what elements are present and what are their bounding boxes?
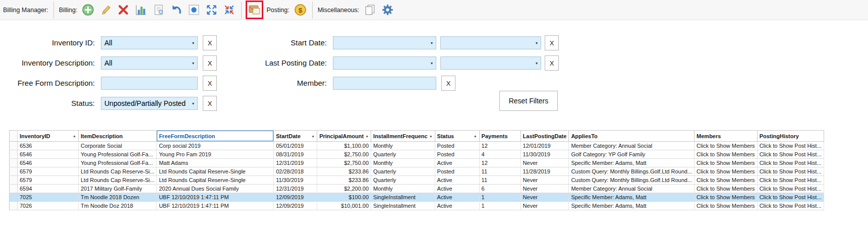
last-posting-date-dropdown-2[interactable]: ▾ [440,56,541,70]
clear-status-button[interactable]: X [203,96,217,111]
cell-link-postinghistory[interactable]: Click to Show Post Hist... [757,202,824,210]
cell-link-postinghistory[interactable]: Click to Show Post Hist... [757,159,824,167]
cell-freeformdescription: Ltd Rounds Capital Reserve-Single [157,167,274,176]
cell-link-postinghistory[interactable]: Click to Show Post Hist... [757,193,824,202]
column-header-members[interactable]: Members [695,131,758,142]
cell-principalamount: $233.86 [317,176,371,185]
cell-link-members[interactable]: Click to Show Members [695,142,758,150]
cell-link-members[interactable]: Click to Show Members [695,159,758,167]
free-form-description-input[interactable] [101,77,198,90]
row-selector[interactable] [10,202,18,210]
reset-filters-button[interactable]: Reset Filters [499,91,558,111]
table-row[interactable]: 6546Young Professional Golf-Fa...Matt Ad… [10,159,824,167]
column-header-installmentfrequenc[interactable]: InstallmentFrequenc▲ [371,131,435,142]
row-selector[interactable] [10,142,18,150]
cell-freeformdescription: Ltd Rounds Capital Reserve-Single [157,176,274,185]
clear-start-date-button[interactable]: X [545,35,559,50]
table-row[interactable]: 6546Young Professional Golf-Fa...Young P… [10,150,824,159]
cell-link-postinghistory[interactable]: Click to Show Post Hist... [757,167,824,176]
cell-link-members[interactable]: Click to Show Members [695,150,758,159]
table-row[interactable]: 65942017 Military Golf-Family2020 Annual… [10,185,824,193]
cell-link-members[interactable]: Click to Show Members [695,193,758,202]
undo-button[interactable] [168,2,184,18]
row-selector[interactable] [10,150,18,159]
copy-button[interactable] [362,2,378,18]
edit-button[interactable] [98,2,113,18]
table-row[interactable]: 6579Ltd Rounds Cap Reserve-Si...Ltd Roun… [10,167,824,176]
collapse-button[interactable] [221,2,237,18]
table-row[interactable]: 6579Ltd Rounds Cap Reserve-Si...Ltd Roun… [10,176,824,185]
row-selector[interactable] [10,185,18,193]
delete-button[interactable] [115,2,131,18]
cell-payments: 11 [479,167,520,176]
cell-payments: 4 [479,150,520,159]
column-header-lastpostingdate[interactable]: LastPostingDate [520,131,569,142]
cell-installmentfrequenc: Monthly [371,185,435,193]
cell-installmentfrequenc: Quarterly [371,167,435,176]
add-button[interactable] [80,2,96,18]
expand-button[interactable] [204,2,219,18]
posting-dollar-button[interactable]: $ [293,2,308,18]
record-button[interactable] [186,2,202,18]
column-header-startdate[interactable]: StartDate▲ [274,131,317,142]
free-form-description-label: Free Form Description: [0,77,95,90]
cell-appliesto: Specific Member: Adams, Matt [569,202,695,210]
column-header-postinghistory[interactable]: PostingHistory [757,131,824,142]
cell-startdate: 12/09/2019 [274,193,317,202]
report-button[interactable] [151,2,166,18]
cell-link-members[interactable]: Click to Show Members [695,176,758,185]
table-row[interactable]: 7026Tm Noodle Doz 2018UBF 12/10/2019 1:4… [10,202,824,210]
cell-payments: 12 [479,142,520,150]
sort-asc-icon: ▲ [474,134,477,138]
start-date-dropdown-1[interactable]: ▾ [333,36,436,49]
last-posting-date-dropdown-1[interactable]: ▾ [333,56,436,70]
cell-itemdescription: 2017 Military Golf-Family [79,185,157,193]
chevron-down-icon: ▾ [189,61,197,66]
collapse-arrows-icon [223,4,236,16]
row-selector[interactable] [10,159,18,167]
cell-link-members[interactable]: Click to Show Members [695,167,758,176]
cell-link-members[interactable]: Click to Show Members [695,202,758,210]
column-header-itemdescription[interactable]: ItemDescription [79,131,157,142]
cell-itemdescription: Young Professional Golf-Fa... [79,159,157,167]
status-dropdown[interactable]: Unposted/Partially Posted ▾ [101,97,198,110]
table-row[interactable]: 6536Corporate SocialCorp social 201905/0… [10,142,824,150]
table-row[interactable]: 7025Tm Noodle 2018 DozenUBF 12/10/2019 1… [10,193,824,202]
chart-button[interactable] [133,2,149,18]
cell-inventoryid: 6579 [18,176,79,185]
settings-button[interactable] [380,2,395,18]
cell-payments: 6 [479,185,520,193]
cell-link-postinghistory[interactable]: Click to Show Post Hist... [757,150,824,159]
column-header-freeformdescription[interactable]: FreeFormDescription [157,131,274,142]
clear-member-button[interactable]: X [441,76,455,91]
cell-lastpostingdate: Never [520,185,569,193]
column-header-payments[interactable]: Payments [479,131,520,142]
start-date-dropdown-2[interactable]: ▾ [440,36,541,49]
cell-startdate: 12/09/2019 [274,202,317,210]
column-header-appliesto[interactable]: AppliesTo [569,131,695,142]
clear-last-posting-date-button[interactable]: X [545,55,559,71]
member-input[interactable] [333,77,436,90]
chevron-down-icon: ▾ [428,61,436,66]
inventory-description-value: All [101,59,189,67]
cell-freeformdescription: Corp social 2019 [157,142,274,150]
status-label: Status: [0,97,95,110]
cell-principalamount: $2,750.00 [317,150,371,159]
row-selector[interactable] [10,193,18,202]
cell-link-members[interactable]: Click to Show Members [695,185,758,193]
report-icon [152,4,165,16]
cell-link-postinghistory[interactable]: Click to Show Post Hist... [757,142,824,150]
cell-link-postinghistory[interactable]: Click to Show Post Hist... [757,176,824,185]
column-header-principalamount[interactable]: PrincipalAmount▲ [317,131,371,142]
post-billings-icon [248,4,261,16]
cell-link-postinghistory[interactable]: Click to Show Post Hist... [757,185,824,193]
posting-group-label: Posting: [265,7,290,14]
inventory-description-dropdown[interactable]: All ▾ [101,56,198,70]
row-selector[interactable] [10,176,18,185]
column-header-inventoryid[interactable]: InventoryID▲ [18,131,79,142]
inventory-id-dropdown[interactable]: All ▾ [101,36,198,49]
row-selector[interactable] [10,167,18,176]
column-header-status[interactable]: Status▲ [435,131,479,142]
cell-appliesto: Specific Member: Adams, Matt [569,159,695,167]
post-billings-button[interactable] [248,3,261,17]
